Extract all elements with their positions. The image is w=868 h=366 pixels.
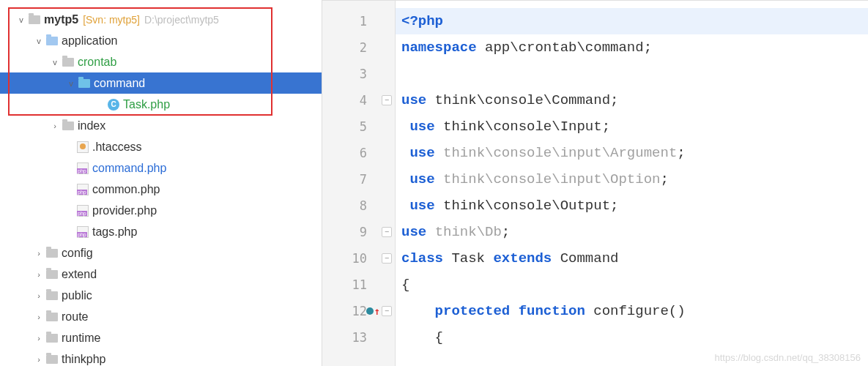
tree-item-route[interactable]: › route — [0, 306, 322, 327]
tree-item-label: Task.php — [123, 98, 170, 111]
folder-icon — [28, 15, 41, 24]
tree-item-label: extend — [62, 268, 97, 281]
tree-item-label: application — [62, 34, 118, 48]
item-icon — [76, 205, 89, 217]
tree-item-label: config — [62, 247, 93, 260]
code-line[interactable]: namespace app\crontab\command; — [396, 34, 868, 61]
tree-item-label: tags.php — [92, 225, 137, 239]
code-line[interactable]: protected function configure() — [396, 298, 868, 324]
tree-item-index[interactable]: › index — [0, 115, 322, 136]
item-icon — [45, 355, 59, 364]
tree-item-application[interactable]: v application — [0, 30, 322, 51]
code-line[interactable] — [396, 61, 868, 87]
code-line[interactable]: use think\console\Command; — [396, 87, 868, 113]
tree-item-Task-php[interactable]: C Task.php — [0, 94, 322, 115]
project-path: D:\project\mytp5 — [144, 14, 219, 26]
gutter-line: 10− — [322, 245, 395, 272]
tree-item-thinkphp[interactable]: › thinkphp — [0, 348, 322, 366]
gutter-line: 6 — [322, 140, 395, 166]
tree-item-command-php[interactable]: command.php — [0, 157, 322, 179]
gutter-line: 7 — [322, 166, 395, 193]
item-icon — [45, 291, 59, 300]
code-line[interactable]: <?php — [396, 8, 868, 34]
tree-item-label: provider.php — [92, 204, 157, 217]
chevron-right-icon: › — [34, 313, 44, 321]
code-line[interactable]: { — [396, 324, 868, 351]
item-icon — [76, 184, 89, 195]
item-icon — [78, 79, 91, 88]
tree-item--htaccess[interactable]: .htaccess — [0, 136, 322, 157]
gutter-line: 13 — [322, 324, 395, 351]
chevron-right-icon: › — [50, 122, 60, 130]
gutter-line: 12−↑ — [322, 298, 395, 324]
fold-icon[interactable]: − — [382, 253, 392, 264]
tree-item-label: thinkphp — [62, 353, 106, 366]
tree-root-label: mytp5 — [44, 13, 78, 26]
tree-item-label: public — [62, 289, 92, 302]
item-icon — [45, 334, 59, 343]
watermark: https://blog.csdn.net/qq_38308156 — [715, 352, 861, 363]
item-icon — [62, 58, 75, 67]
item-icon: C — [107, 99, 120, 111]
code-line[interactable]: use think\console\input\Argument; — [396, 140, 868, 166]
fold-icon[interactable]: − — [382, 95, 392, 105]
item-icon — [45, 313, 59, 321]
chevron-right-icon: › — [34, 249, 44, 258]
line-gutter: 1234−56789−10−1112−↑13 — [322, 1, 396, 366]
item-icon — [62, 122, 75, 130]
code-editor[interactable]: 1234−56789−10−1112−↑13 <?phpnamespace ap… — [322, 0, 868, 366]
item-icon — [76, 141, 89, 153]
gutter-line: 9− — [322, 219, 395, 245]
chevron-right-icon: › — [34, 355, 44, 364]
chevron-right-icon: › — [34, 334, 44, 343]
item-icon — [45, 270, 59, 279]
gutter-line: 5 — [322, 113, 395, 140]
code-line[interactable]: { — [396, 272, 868, 298]
gutter-line: 8 — [322, 193, 395, 219]
tree-item-common-php[interactable]: common.php — [0, 179, 322, 200]
code-line[interactable]: use think\Db; — [396, 219, 868, 245]
item-icon — [45, 37, 59, 45]
code-line[interactable]: use think\console\input\Option; — [396, 166, 868, 193]
tree-item-provider-php[interactable]: provider.php — [0, 200, 322, 221]
tree-item-public[interactable]: › public — [0, 285, 322, 306]
chevron-down-icon: v — [66, 79, 76, 88]
gutter-line: 4− — [322, 87, 395, 113]
chevron-down-icon: v — [34, 37, 44, 45]
tree-item-extend[interactable]: › extend — [0, 264, 322, 285]
item-icon — [76, 226, 89, 238]
chevron-down-icon: v — [50, 58, 60, 67]
item-icon — [45, 249, 59, 258]
chevron-right-icon: › — [34, 270, 44, 279]
code-line[interactable]: class Task extends Command — [396, 245, 868, 272]
tree-item-label: runtime — [62, 332, 100, 345]
chevron-right-icon: › — [34, 291, 44, 300]
tree-item-label: crontab — [78, 56, 116, 69]
fold-icon[interactable]: − — [382, 306, 392, 316]
tree-root[interactable]: v mytp5 [Svn: mytp5] D:\project\mytp5 — [0, 9, 322, 30]
tree-item-label: .htaccess — [92, 141, 142, 154]
tree-item-label: index — [78, 119, 105, 132]
tree-item-config[interactable]: › config — [0, 242, 322, 264]
chevron-down-icon: v — [16, 15, 26, 24]
vcs-info: [Svn: mytp5] — [83, 14, 140, 26]
gutter-marker-icon: ↑ — [366, 298, 380, 324]
gutter-line: 11 — [322, 272, 395, 298]
code-line[interactable]: use think\console\Output; — [396, 193, 868, 219]
tree-item-label: command.php — [92, 162, 166, 175]
tree-item-label: route — [62, 310, 88, 324]
gutter-line: 3 — [322, 61, 395, 87]
project-tree[interactable]: v mytp5 [Svn: mytp5] D:\project\mytp5v a… — [0, 0, 322, 366]
gutter-line: 1 — [322, 8, 395, 34]
item-icon — [76, 163, 89, 174]
tree-item-label: command — [94, 77, 145, 90]
tree-item-command[interactable]: v command — [0, 72, 322, 94]
tree-item-crontab[interactable]: v crontab — [0, 51, 322, 72]
code-line[interactable]: use think\console\Input; — [396, 113, 868, 140]
fold-icon[interactable]: − — [382, 227, 392, 237]
tree-item-label: common.php — [92, 183, 160, 196]
tree-item-tags-php[interactable]: tags.php — [0, 221, 322, 242]
code-area[interactable]: <?phpnamespace app\crontab\command;use t… — [396, 1, 868, 366]
tree-item-runtime[interactable]: › runtime — [0, 327, 322, 348]
gutter-line: 2 — [322, 34, 395, 61]
